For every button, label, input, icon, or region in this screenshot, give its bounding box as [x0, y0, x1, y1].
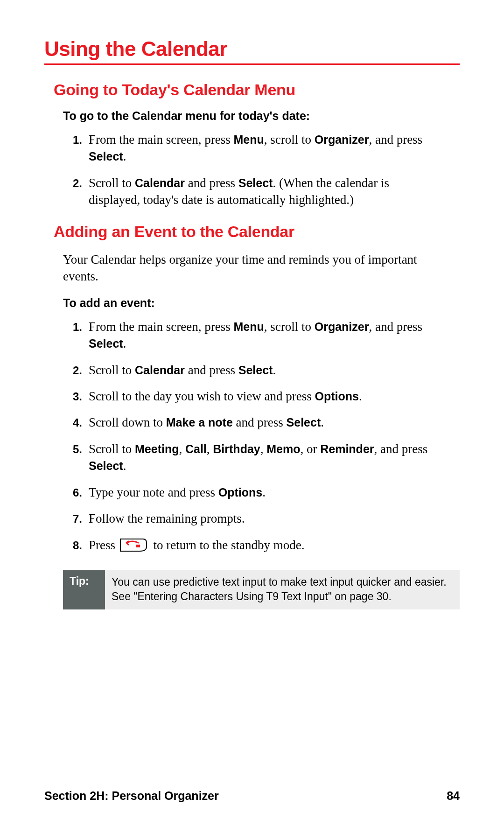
end-key-icon	[119, 538, 147, 556]
step-number: 8.	[44, 539, 89, 552]
list-item: 6. Type your note and press Options.	[44, 484, 432, 501]
step-number: 5.	[44, 443, 89, 456]
step-number: 1.	[44, 133, 89, 147]
step-body: Scroll to Calendar and press Select.	[89, 362, 432, 378]
section2-lead: To add an event:	[63, 296, 460, 310]
step-body: From the main screen, press Menu, scroll…	[89, 131, 432, 165]
page-footer: Section 2H: Personal Organizer 84	[44, 789, 460, 803]
section1-lead: To go to the Calendar menu for today's d…	[63, 109, 460, 123]
step-number: 4.	[44, 416, 89, 429]
list-item: 5. Scroll to Meeting, Call, Birthday, Me…	[44, 441, 432, 475]
list-item: 2. Scroll to Calendar and press Select. …	[44, 175, 432, 209]
step-body: Scroll to the day you wish to view and p…	[89, 388, 432, 405]
step-number: 7.	[44, 512, 89, 525]
section2-steps: 1. From the main screen, press Menu, scr…	[44, 318, 432, 556]
step-body: Follow the remaining prompts.	[89, 510, 432, 527]
list-item: 8. Press to return to the standby mode.	[44, 537, 432, 556]
step-body: Scroll to Meeting, Call, Birthday, Memo,…	[89, 441, 432, 475]
footer-page-number: 84	[447, 789, 460, 803]
tip-label: Tip:	[63, 570, 105, 609]
list-item: 2. Scroll to Calendar and press Select.	[44, 362, 432, 378]
step-number: 3.	[44, 390, 89, 403]
step-number: 2.	[44, 364, 89, 377]
tip-box: Tip: You can use predictive text input t…	[63, 570, 460, 609]
step-body: Type your note and press Options.	[89, 484, 432, 501]
step-number: 1.	[44, 321, 89, 334]
section1-steps: 1. From the main screen, press Menu, scr…	[44, 131, 432, 209]
list-item: 7. Follow the remaining prompts.	[44, 510, 432, 527]
list-item: 1. From the main screen, press Menu, scr…	[44, 318, 432, 352]
list-item: 4. Scroll down to Make a note and press …	[44, 414, 432, 431]
section-heading-today: Going to Today's Calendar Menu	[54, 81, 460, 99]
section2-intro: Your Calendar helps organize your time a…	[63, 251, 441, 285]
step-body: Scroll down to Make a note and press Sel…	[89, 414, 432, 431]
list-item: 3. Scroll to the day you wish to view an…	[44, 388, 432, 405]
step-body: From the main screen, press Menu, scroll…	[89, 318, 432, 352]
svg-rect-0	[136, 545, 140, 547]
step-number: 2.	[44, 177, 89, 190]
section-heading-add-event: Adding an Event to the Calendar	[54, 223, 460, 241]
list-item: 1. From the main screen, press Menu, scr…	[44, 131, 432, 165]
document-page: Using the Calendar Going to Today's Cale…	[0, 0, 504, 840]
tip-text: You can use predictive text input to mak…	[105, 570, 460, 609]
step-number: 6.	[44, 486, 89, 499]
footer-section: Section 2H: Personal Organizer	[44, 789, 219, 803]
step-body: Press to return to the standby mode.	[89, 537, 432, 556]
page-title: Using the Calendar	[44, 37, 460, 65]
step-body: Scroll to Calendar and press Select. (Wh…	[89, 175, 432, 209]
